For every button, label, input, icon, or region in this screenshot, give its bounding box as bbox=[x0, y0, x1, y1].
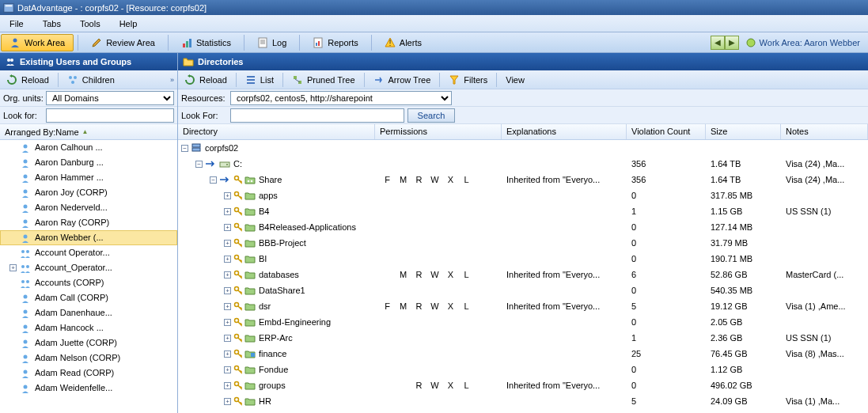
table-row[interactable]: +apps0317.85 MB bbox=[178, 188, 868, 203]
list-item[interactable]: Aaron Nederveld... bbox=[0, 200, 177, 215]
table-row[interactable]: −C:3561.64 TBVisa (24) ,Ma... bbox=[178, 156, 868, 172]
arrow-tree-button[interactable]: Arrow Tree bbox=[367, 73, 438, 87]
table-row[interactable]: +ERP-Arc12.36 GBUS SSN (1) bbox=[178, 330, 868, 346]
table-row[interactable]: +DataShare10540.35 MB bbox=[178, 282, 868, 298]
tree-expand-button[interactable]: + bbox=[224, 208, 231, 215]
table-row[interactable]: +databasesMRWXLInherited from "Everyo...… bbox=[178, 267, 868, 282]
table-row[interactable]: +HR524.09 GBVisa (1) ,Ma... bbox=[178, 393, 868, 409]
table-row[interactable]: +Embd-Engineering02.05 GB bbox=[178, 314, 868, 330]
tree-expand-button[interactable]: − bbox=[195, 161, 203, 168]
table-row[interactable]: +finance2576.45 GBVisa (8) ,Mas... bbox=[178, 346, 868, 362]
header-notes[interactable]: Notes bbox=[781, 124, 868, 139]
table-row[interactable]: +groupsRWXLInherited from "Everyo...0496… bbox=[178, 377, 868, 393]
header-directory[interactable]: Directory bbox=[178, 124, 375, 139]
list-item[interactable]: Adam Danenhaue... bbox=[0, 305, 177, 320]
tree-expand-button[interactable]: + bbox=[224, 398, 231, 405]
key-icon bbox=[233, 175, 243, 184]
nav-back-button[interactable]: ◀ bbox=[711, 36, 725, 50]
svg-point-34 bbox=[24, 309, 28, 313]
menu-help[interactable]: Help bbox=[110, 19, 147, 28]
header-permissions[interactable]: Permissions bbox=[375, 124, 502, 139]
pane-collapse-button[interactable]: » bbox=[170, 76, 174, 84]
reports-button[interactable]: Reports bbox=[304, 34, 367, 51]
list-item[interactable]: Aaron Calhoun ... bbox=[0, 140, 177, 155]
directory-grid[interactable]: −corpfs02−C:3561.64 TBVisa (24) ,Ma...−S… bbox=[178, 140, 868, 413]
resources-select[interactable]: corpfs02, centos5, http://sharepoint bbox=[230, 91, 452, 105]
violations-cell: 0 bbox=[627, 365, 706, 374]
expand-icon[interactable]: + bbox=[9, 260, 20, 275]
user-list[interactable]: Aaron Calhoun ...Aaron Danburg ...Aaron … bbox=[0, 140, 177, 413]
tree-expand-button[interactable]: − bbox=[210, 176, 217, 184]
statistics-button[interactable]: Statistics bbox=[172, 34, 240, 51]
size-cell: 1.64 TB bbox=[706, 159, 781, 169]
table-row[interactable]: −corpfs02 bbox=[178, 140, 868, 156]
view-button[interactable]: View bbox=[499, 74, 531, 86]
org-unit-select[interactable]: All Domains bbox=[46, 91, 174, 105]
work-area-icon bbox=[9, 37, 21, 48]
users-sort-header[interactable]: Arranged By:Name ▲ bbox=[0, 124, 177, 140]
table-row[interactable]: +B411.15 GBUS SSN (1) bbox=[178, 203, 868, 219]
tree-expand-button[interactable]: + bbox=[224, 271, 231, 278]
svg-rect-4 bbox=[186, 41, 188, 47]
filters-button[interactable]: Filters bbox=[442, 73, 494, 87]
svg-point-15 bbox=[7, 59, 10, 62]
look-for-input[interactable] bbox=[46, 108, 174, 123]
table-row[interactable]: −ShareFMRWXLInherited from "Everyo...356… bbox=[178, 172, 868, 188]
table-row[interactable]: +Fondue01.12 GB bbox=[178, 362, 868, 377]
tree-expand-button[interactable]: + bbox=[224, 382, 231, 389]
list-item[interactable]: Adam Call (CORP) bbox=[0, 290, 177, 305]
alerts-button[interactable]: ! Alerts bbox=[376, 34, 430, 51]
header-violations[interactable]: Violation Count bbox=[627, 124, 706, 139]
tree-expand-button[interactable]: + bbox=[224, 287, 231, 294]
reload-users-button[interactable]: Reload bbox=[0, 73, 55, 87]
tree-expand-button[interactable]: − bbox=[181, 145, 188, 152]
svg-rect-3 bbox=[183, 44, 185, 47]
list-item[interactable]: Accounts (CORP) bbox=[0, 275, 177, 290]
tree-expand-button[interactable]: + bbox=[224, 256, 231, 263]
list-item[interactable]: Aaron Webber (... bbox=[0, 230, 177, 245]
list-item[interactable]: Adam Juette (CORP) bbox=[0, 335, 177, 350]
review-area-button[interactable]: Review Area bbox=[82, 34, 164, 51]
list-view-button[interactable]: List bbox=[239, 73, 280, 87]
list-item[interactable]: Adam Nelson (CORP) bbox=[0, 350, 177, 366]
list-item[interactable]: Adam Read (CORP) bbox=[0, 366, 177, 381]
svg-point-2 bbox=[13, 38, 17, 42]
header-explanations[interactable]: Explanations bbox=[502, 124, 627, 139]
list-item[interactable]: Aaron Hammer ... bbox=[0, 170, 177, 185]
list-item[interactable]: +Account_Operator... bbox=[0, 260, 177, 275]
list-item[interactable]: Aaron Joy (CORP) bbox=[0, 185, 177, 200]
tree-expand-button[interactable]: + bbox=[224, 366, 231, 373]
menu-tools[interactable]: Tools bbox=[70, 19, 110, 28]
work-area-button[interactable]: Work Area bbox=[1, 34, 74, 51]
list-item[interactable]: Adam Hancock ... bbox=[0, 320, 177, 335]
table-row[interactable]: +BI0190.71 MB bbox=[178, 251, 868, 267]
table-row[interactable]: +B4Released-Applications0127.14 MB bbox=[178, 219, 868, 235]
table-row[interactable]: +dsrFMRWXLInherited from "Everyo...519.1… bbox=[178, 298, 868, 314]
menu-tabs[interactable]: Tabs bbox=[33, 19, 70, 28]
tree-expand-button[interactable]: + bbox=[224, 303, 231, 310]
list-item[interactable]: Adam Weidenfelle... bbox=[0, 381, 177, 396]
folder-icon bbox=[244, 365, 256, 374]
list-item[interactable]: Aaron Danburg ... bbox=[0, 155, 177, 170]
tree-expand-button[interactable]: + bbox=[224, 350, 231, 358]
log-button[interactable]: Log bbox=[248, 34, 295, 51]
header-size[interactable]: Size bbox=[706, 124, 781, 139]
table-row[interactable]: +BBB-Project031.79 MB bbox=[178, 235, 868, 251]
size-cell: 52.86 GB bbox=[706, 270, 781, 279]
list-item[interactable]: Account Operator... bbox=[0, 245, 177, 260]
tree-expand-button[interactable]: + bbox=[224, 335, 231, 342]
list-item[interactable]: Aaron Ray (CORP) bbox=[0, 215, 177, 230]
tree-expand-button[interactable]: + bbox=[224, 240, 231, 247]
svg-point-24 bbox=[24, 204, 28, 208]
tree-expand-button[interactable]: + bbox=[224, 319, 231, 326]
dir-lookfor-input[interactable] bbox=[230, 108, 404, 123]
size-cell: 19.12 GB bbox=[706, 301, 781, 311]
reload-dir-button[interactable]: Reload bbox=[178, 73, 233, 87]
pruned-tree-button[interactable]: Pruned Tree bbox=[286, 73, 362, 87]
children-button[interactable]: Children bbox=[61, 73, 121, 87]
search-button[interactable]: Search bbox=[407, 108, 455, 123]
tree-expand-button[interactable]: + bbox=[224, 224, 231, 231]
menu-file[interactable]: File bbox=[0, 19, 33, 28]
nav-forward-button[interactable]: ▶ bbox=[725, 36, 739, 50]
tree-expand-button[interactable]: + bbox=[224, 192, 231, 199]
